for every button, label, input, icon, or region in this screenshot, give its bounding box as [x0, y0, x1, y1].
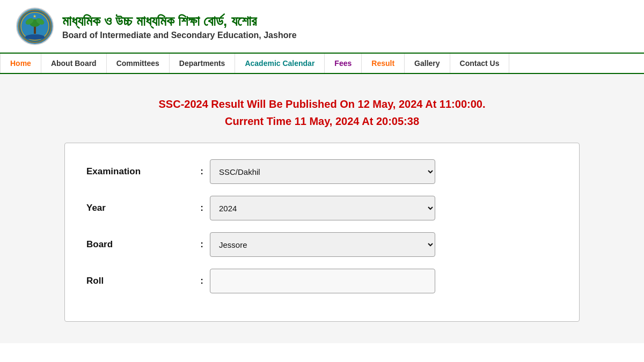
nav-item-result[interactable]: Result — [362, 54, 405, 73]
roll-label: Roll — [86, 276, 194, 286]
announcement-banner: SSC-2024 Result Will Be Published On 12 … — [21, 95, 623, 130]
form-row-examination: Examination : SSC/Dakhil HSC JSC Dakhil — [86, 159, 558, 184]
examination-select[interactable]: SSC/Dakhil HSC JSC Dakhil — [210, 159, 435, 184]
nav-link-academic[interactable]: Academic Calendar — [235, 54, 324, 73]
header-title-english: Board of Intermediate and Secondary Educ… — [62, 31, 297, 40]
nav-item-committees[interactable]: Committees — [107, 54, 170, 73]
svg-text:★: ★ — [33, 14, 36, 19]
result-form-box: Examination : SSC/Dakhil HSC JSC Dakhil … — [64, 143, 580, 322]
examination-label: Examination — [86, 166, 194, 177]
year-select[interactable]: 2024 2023 2022 2021 — [210, 196, 435, 220]
year-label: Year — [86, 203, 194, 213]
nav-item-gallery[interactable]: Gallery — [405, 54, 450, 73]
form-row-board: Board : Jessore Dhaka Chittagong Rajshah… — [86, 232, 558, 257]
nav-link-home[interactable]: Home — [1, 54, 41, 73]
year-colon: : — [194, 203, 210, 213]
nav-item-academic[interactable]: Academic Calendar — [235, 54, 325, 73]
main-content: SSC-2024 Result Will Be Published On 12 … — [0, 74, 644, 343]
logo-area: ★ মাধ্যমিক ও উচ্চ মাধ্যমিক শিক্ষা বোর্ড,… — [16, 8, 297, 45]
svg-point-7 — [25, 34, 45, 40]
site-header: ★ মাধ্যমিক ও উচ্চ মাধ্যমিক শিক্ষা বোর্ড,… — [0, 0, 644, 54]
header-text: মাধ্যমিক ও উচ্চ মাধ্যমিক শিক্ষা বোর্ড, য… — [62, 12, 297, 40]
nav-link-departments[interactable]: Departments — [170, 54, 235, 73]
nav-item-fees[interactable]: Fees — [325, 54, 362, 73]
announcement-line2: Current Time 11 May, 2024 At 20:05:38 — [21, 113, 623, 130]
form-row-year: Year : 2024 2023 2022 2021 — [86, 196, 558, 220]
board-select[interactable]: Jessore Dhaka Chittagong Rajshahi Comill… — [210, 232, 435, 257]
announcement-line1: SSC-2024 Result Will Be Published On 12 … — [21, 95, 623, 113]
roll-input[interactable] — [210, 269, 435, 293]
nav-item-home[interactable]: Home — [0, 54, 41, 73]
logo-icon: ★ — [16, 8, 54, 45]
board-colon: : — [194, 239, 210, 250]
board-label: Board — [86, 239, 194, 250]
nav-link-contact[interactable]: Contact Us — [450, 54, 509, 73]
roll-colon: : — [194, 276, 210, 286]
nav-item-about[interactable]: About Board — [41, 54, 107, 73]
nav-link-fees[interactable]: Fees — [325, 54, 361, 73]
nav-link-about[interactable]: About Board — [41, 54, 106, 73]
header-title-bengali: মাধ্যমিক ও উচ্চ মাধ্যমিক শিক্ষা বোর্ড, য… — [62, 12, 297, 31]
nav-link-committees[interactable]: Committees — [107, 54, 169, 73]
main-navigation: Home About Board Committees Departments … — [0, 54, 644, 74]
nav-link-gallery[interactable]: Gallery — [405, 54, 449, 73]
nav-item-contact[interactable]: Contact Us — [450, 54, 510, 73]
nav-link-result[interactable]: Result — [362, 54, 404, 73]
examination-colon: : — [194, 166, 210, 177]
form-row-roll: Roll : — [86, 269, 558, 293]
nav-item-departments[interactable]: Departments — [170, 54, 236, 73]
